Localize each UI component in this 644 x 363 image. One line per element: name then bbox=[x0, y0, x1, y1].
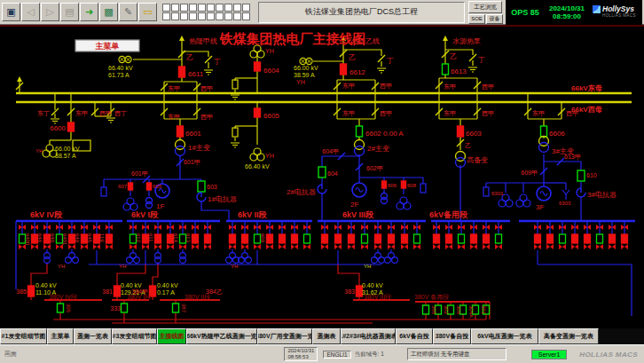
feeder-bay[interactable] bbox=[534, 221, 541, 264]
breaker-open[interactable] bbox=[318, 167, 326, 178]
breaker-closed[interactable] bbox=[147, 183, 152, 190]
feeder-bay[interactable] bbox=[303, 221, 310, 249]
feeder-disconnector[interactable] bbox=[81, 244, 88, 249]
breaker-open[interactable] bbox=[423, 305, 429, 314]
breaker-closed[interactable] bbox=[402, 181, 406, 188]
server-badge[interactable]: Server1 bbox=[531, 350, 568, 359]
feeder-breaker-closed[interactable] bbox=[622, 234, 628, 243]
breaker-open[interactable] bbox=[541, 126, 547, 137]
feeder-breaker-closed[interactable] bbox=[446, 234, 452, 243]
feeder-breaker-closed[interactable] bbox=[143, 234, 149, 243]
alarm-cell[interactable] bbox=[233, 4, 241, 12]
feeder-breaker-closed[interactable] bbox=[69, 234, 75, 243]
feeder-breaker-closed[interactable] bbox=[279, 234, 286, 243]
feeder-breaker-open[interactable] bbox=[496, 234, 502, 243]
feeder-breaker-open[interactable] bbox=[459, 234, 465, 243]
feeder-bay[interactable] bbox=[385, 221, 398, 263]
feeder-disconnector[interactable] bbox=[93, 244, 100, 249]
go-icon[interactable]: ➜ bbox=[80, 3, 98, 21]
feeder-bay[interactable] bbox=[321, 221, 328, 249]
feeder-disconnector[interactable] bbox=[142, 244, 149, 249]
feeder-breaker-closed[interactable] bbox=[192, 234, 199, 243]
feeder-breaker-closed[interactable] bbox=[547, 234, 554, 243]
feeder-disconnector[interactable] bbox=[621, 244, 628, 249]
feeder-disconnector[interactable] bbox=[388, 244, 395, 249]
alarm-cell[interactable] bbox=[207, 4, 215, 12]
feeder-breaker-closed[interactable] bbox=[322, 234, 328, 243]
back-icon[interactable]: ◁ bbox=[21, 3, 40, 21]
feeder-bay[interactable] bbox=[445, 221, 452, 249]
alarm-cell[interactable] bbox=[198, 12, 206, 20]
nav-button-4[interactable]: 主接线图 bbox=[157, 328, 186, 344]
feeder-bay[interactable]: 6401 bbox=[56, 221, 67, 249]
nav-button-10[interactable]: 380V备自投 bbox=[433, 328, 471, 344]
feeder-disconnector[interactable] bbox=[458, 244, 465, 249]
feeder-bay[interactable]: 612YH bbox=[119, 221, 141, 269]
feeder-breaker-closed[interactable] bbox=[168, 234, 174, 243]
nav-button-1[interactable]: 主菜单 bbox=[47, 328, 74, 344]
feeder-bay[interactable]: 119 bbox=[93, 221, 105, 264]
feeder-disconnector[interactable] bbox=[56, 244, 63, 249]
alarm-cell[interactable] bbox=[242, 4, 250, 12]
feeder-breaker-closed[interactable] bbox=[402, 234, 408, 243]
feeder-disconnector[interactable] bbox=[401, 244, 408, 249]
feeder-bay[interactable] bbox=[154, 221, 161, 264]
feeder-disconnector[interactable] bbox=[229, 244, 236, 249]
feeder-bay[interactable] bbox=[571, 221, 578, 249]
feeder-breaker-open[interactable] bbox=[560, 234, 566, 243]
feeder-breaker-closed[interactable] bbox=[585, 234, 591, 243]
feeder-bay[interactable]: 611 bbox=[142, 221, 153, 264]
feeder-disconnector[interactable] bbox=[266, 244, 273, 249]
feeder-breaker-closed[interactable] bbox=[349, 234, 355, 243]
transformer-3winding[interactable] bbox=[250, 148, 264, 161]
transformer-2winding[interactable] bbox=[456, 152, 466, 168]
breaker-closed[interactable] bbox=[382, 181, 387, 188]
alarm-cell[interactable] bbox=[224, 12, 232, 20]
feeder-breaker-closed[interactable] bbox=[44, 234, 51, 243]
feeder-bay[interactable]: 614 bbox=[167, 221, 178, 249]
nav-button-5[interactable]: 66kV热隆甲乙线遥测一览 bbox=[186, 328, 257, 344]
feeder-bay[interactable] bbox=[279, 221, 286, 249]
feeder-bay[interactable] bbox=[559, 221, 566, 249]
feeder-bay[interactable] bbox=[433, 221, 440, 249]
process-browse-button[interactable]: 工艺浏览 bbox=[468, 1, 502, 13]
feeder-bay[interactable] bbox=[401, 221, 408, 249]
disconnector-switch[interactable] bbox=[469, 54, 476, 61]
feeder-disconnector[interactable] bbox=[179, 244, 186, 249]
nav-button-2[interactable]: 遥测一览表 bbox=[74, 328, 112, 344]
alarm-cell[interactable] bbox=[180, 4, 188, 12]
feeder-disconnector[interactable] bbox=[470, 244, 477, 249]
breaker-open[interactable] bbox=[577, 170, 585, 181]
generator[interactable] bbox=[352, 183, 366, 197]
feeder-breaker-closed[interactable] bbox=[389, 234, 395, 243]
alarm-cell[interactable] bbox=[207, 12, 215, 20]
alarm-cell[interactable] bbox=[224, 4, 232, 12]
feeder-disconnector[interactable] bbox=[291, 244, 298, 249]
feeder-disconnector[interactable] bbox=[348, 244, 355, 249]
breaker-closed[interactable] bbox=[129, 183, 133, 190]
breaker-open[interactable] bbox=[58, 304, 64, 312]
nav-button-6[interactable]: 380V厂用变遥测一览 bbox=[257, 328, 312, 344]
feeder-breaker-closed[interactable] bbox=[292, 234, 298, 243]
feeder-disconnector[interactable] bbox=[495, 244, 502, 249]
feeder-bay[interactable] bbox=[413, 221, 420, 249]
feeder-breaker-closed[interactable] bbox=[535, 234, 541, 243]
feeder-breaker-open[interactable] bbox=[362, 234, 368, 243]
feeder-bay[interactable]: 6400 bbox=[19, 221, 30, 249]
reactor[interactable] bbox=[197, 193, 206, 201]
alarm-cell[interactable] bbox=[162, 4, 170, 12]
keyboard-icon[interactable]: ▭ bbox=[138, 3, 157, 21]
nav-button-3[interactable]: #3发变组细节图 bbox=[112, 328, 157, 344]
breaker-closed[interactable] bbox=[177, 126, 184, 137]
feeder-breaker-open[interactable] bbox=[130, 234, 137, 243]
feeder-breaker-closed[interactable] bbox=[230, 234, 236, 243]
feeder-breaker-open[interactable] bbox=[180, 234, 186, 243]
reactor[interactable] bbox=[577, 188, 585, 197]
feeder-breaker-open[interactable] bbox=[255, 234, 261, 243]
nav-button-0[interactable]: #1发变组细节图 bbox=[0, 328, 47, 344]
feeder-bay[interactable] bbox=[495, 221, 502, 249]
feeder-disconnector[interactable] bbox=[303, 244, 310, 249]
feeder-disconnector[interactable] bbox=[445, 244, 452, 249]
breaker-closed[interactable] bbox=[458, 126, 464, 137]
breaker-open[interactable] bbox=[357, 126, 363, 137]
